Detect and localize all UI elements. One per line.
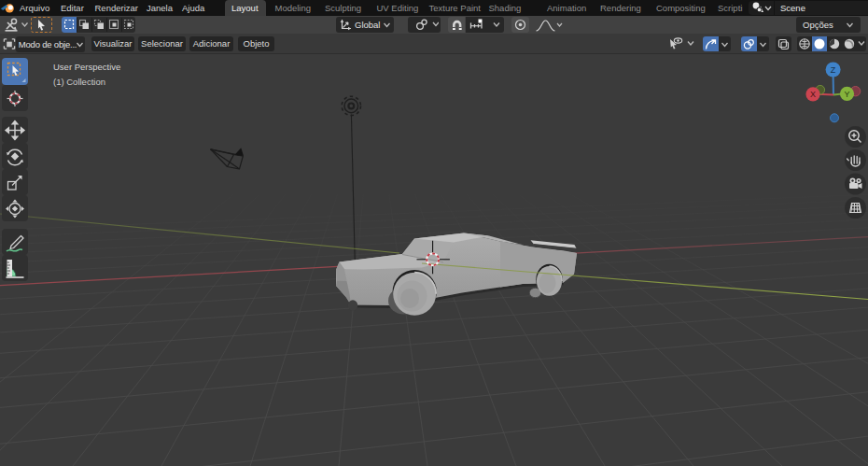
svg-text:User Perspective: User Perspective: [53, 62, 120, 72]
svg-text:Y: Y: [844, 90, 849, 99]
svg-text:(1) Collection: (1) Collection: [53, 77, 105, 87]
svg-text:X: X: [810, 90, 816, 99]
svg-text:Z: Z: [831, 65, 836, 75]
